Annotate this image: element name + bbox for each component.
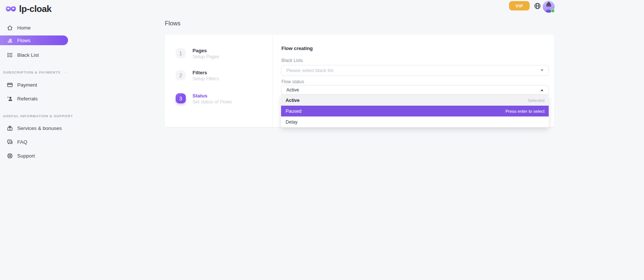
step-subtitle: Set status of Flows: [192, 99, 232, 105]
section-divider-line: [64, 72, 67, 72]
option-label: Paused: [286, 109, 505, 114]
option-paused[interactable]: Paused Press enter to select: [281, 106, 549, 116]
sidebar-item-label: FAQ: [17, 139, 27, 145]
brand-name: lp-cloak: [19, 4, 52, 14]
sidebar-section-subscription: SUBSCRIPTION & PAYMENTS: [3, 69, 67, 75]
online-status-dot: [551, 9, 555, 13]
brand-logo[interactable]: lp-cloak: [6, 4, 52, 14]
gift-icon: [7, 125, 13, 131]
option-hint: Selected: [528, 98, 545, 103]
sidebar-item-home[interactable]: Home: [0, 23, 75, 32]
sidebar-item-services[interactable]: Services & bonuses: [0, 123, 75, 133]
section-title: SUBSCRIPTION & PAYMENTS: [3, 70, 61, 74]
flow-wizard-card: 1 Pages Setup Pages 2 Filters Setup Filt…: [165, 35, 554, 127]
sidebar-item-flows[interactable]: Flows: [0, 35, 68, 45]
chevron-up-icon: [540, 89, 543, 91]
step-title: Pages: [192, 48, 219, 53]
step-number: 2: [176, 70, 186, 80]
referrals-icon: [7, 96, 13, 102]
flow-status-value: Active: [286, 87, 540, 93]
sidebar-item-label: Services & bonuses: [17, 125, 62, 131]
wizard-step-pages[interactable]: 1 Pages Setup Pages: [176, 48, 219, 59]
chevron-down-icon: [540, 69, 543, 71]
sidebar-item-referrals[interactable]: Referrals: [0, 94, 75, 103]
form-title: Flow creating: [281, 46, 313, 51]
card-divider: [272, 35, 273, 127]
svg-text:?!: ?!: [9, 140, 11, 143]
step-subtitle: Setup Filters: [192, 76, 219, 81]
home-icon: [7, 25, 13, 31]
sidebar-item-label: Black List: [17, 52, 39, 58]
step-title: Filters: [192, 70, 219, 75]
mask-logo-icon: [6, 6, 16, 12]
flow-status-dropdown: Active Selected Paused Press enter to se…: [281, 95, 549, 127]
step-title: Status: [192, 93, 232, 99]
option-hint: Press enter to select: [505, 109, 545, 113]
sidebar-item-label: Support: [17, 153, 35, 159]
section-title: USEFUL INFORMATION & SUPPORT: [3, 114, 73, 118]
step-number: 3: [176, 93, 186, 103]
sidebar-section-support: USEFUL INFORMATION & SUPPORT: [3, 113, 67, 118]
sidebar-item-label: Payment: [17, 82, 37, 88]
sidebar-item-payment[interactable]: Payment: [0, 80, 75, 90]
flow-status-label: Flow status: [281, 79, 304, 84]
lifebuoy-icon: [7, 153, 13, 159]
flow-status-select[interactable]: Active: [281, 85, 549, 95]
black-lists-label: Black Lists: [281, 58, 303, 63]
sidebar-item-faq[interactable]: ?! FAQ: [0, 137, 75, 147]
language-globe-icon[interactable]: [534, 3, 541, 9]
vip-button[interactable]: VIP: [509, 1, 530, 10]
step-number: 1: [176, 48, 186, 58]
option-active[interactable]: Active Selected: [281, 95, 549, 106]
page-title: Flows: [165, 20, 181, 27]
black-lists-select[interactable]: Please select black list: [281, 65, 549, 76]
flows-icon: [7, 37, 13, 44]
sidebar-item-label: Referrals: [17, 96, 38, 102]
sidebar-item-black-list[interactable]: Black List: [0, 50, 75, 60]
black-lists-placeholder: Please select black list: [286, 68, 540, 73]
wizard-step-status[interactable]: 3 Status Set status of Flows: [176, 93, 232, 105]
option-label: Delay: [286, 119, 545, 125]
sidebar-item-support[interactable]: Support: [0, 151, 75, 161]
option-label: Active: [286, 98, 528, 103]
faq-icon: ?!: [7, 139, 13, 145]
payment-icon: [7, 82, 13, 88]
sidebar-item-label: Flows: [17, 38, 30, 43]
black-list-icon: [7, 52, 13, 58]
step-subtitle: Setup Pages: [192, 54, 219, 59]
option-delay[interactable]: Delay: [281, 116, 549, 127]
wizard-step-filters[interactable]: 2 Filters Setup Filters: [176, 70, 219, 81]
sidebar-item-label: Home: [17, 25, 31, 31]
